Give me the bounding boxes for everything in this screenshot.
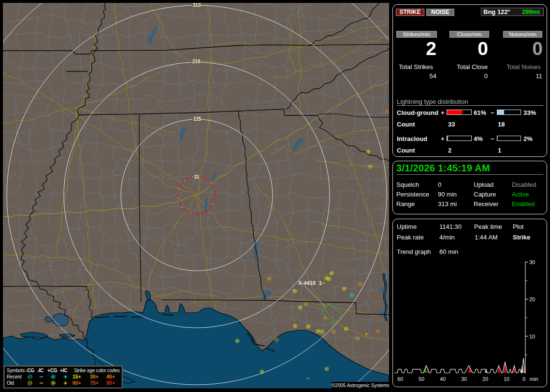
svg-text:125: 125	[193, 116, 202, 122]
svg-text:0: 0	[522, 376, 525, 382]
svg-text:90+: 90+	[106, 380, 115, 386]
svg-text:313: 313	[193, 3, 201, 8]
svg-text:20: 20	[529, 296, 535, 302]
svg-text:-IC: -IC	[37, 368, 43, 373]
svg-text:Old: Old	[7, 380, 14, 386]
svg-text:Strike age color codes: Strike age color codes	[74, 368, 120, 373]
svg-text:min: min	[530, 376, 538, 382]
svg-text:+IC: +IC	[60, 368, 67, 373]
svg-text:10: 10	[529, 334, 535, 339]
svg-text:60: 60	[397, 376, 403, 382]
svg-text:45+: 45+	[106, 374, 115, 379]
svg-text:219: 219	[192, 59, 201, 64]
svg-text:10: 10	[504, 376, 509, 382]
svg-text:30: 30	[461, 376, 467, 382]
svg-text:30+: 30+	[90, 374, 99, 379]
svg-text:15+: 15+	[72, 374, 81, 379]
svg-text:50: 50	[419, 376, 424, 382]
svg-text:40: 40	[440, 376, 446, 382]
svg-text:20: 20	[482, 376, 488, 382]
svg-text:30: 30	[529, 259, 535, 265]
svg-text:31: 31	[194, 174, 200, 180]
svg-text:Symbols: Symbols	[7, 368, 25, 373]
svg-text:75+: 75+	[90, 380, 99, 386]
svg-text:60+: 60+	[72, 380, 81, 386]
svg-text:+CG: +CG	[47, 368, 58, 373]
svg-text:Recent: Recent	[7, 374, 22, 379]
svg-text:X-4410+1−: X-4410+1−	[298, 280, 325, 286]
svg-text:-CG: -CG	[26, 368, 34, 373]
